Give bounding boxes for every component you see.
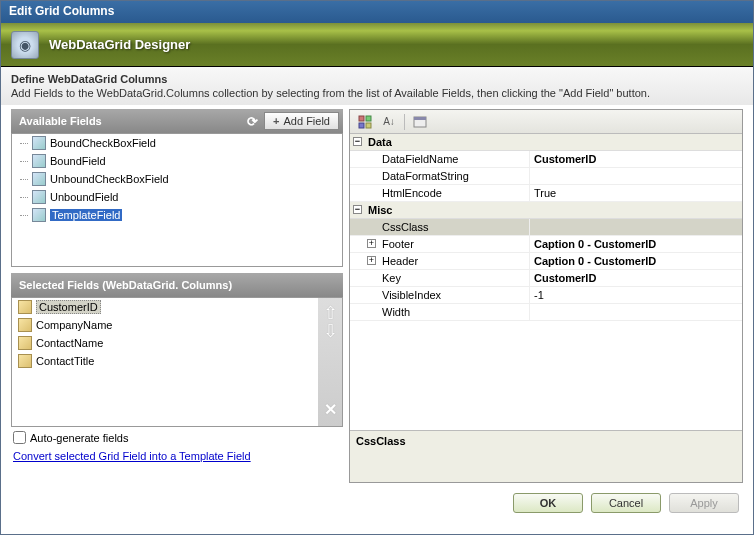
selected-fields-title: Selected Fields (WebDataGrid. Columns) [19,279,232,291]
svg-rect-2 [359,123,364,128]
autogen-row: Auto-generate fields [11,427,343,448]
expand-icon[interactable]: + [367,239,376,248]
column-icon [18,300,32,314]
list-item[interactable]: CompanyName [12,316,318,334]
dialog-window: Edit Grid Columns ◉ WebDataGrid Designer… [0,0,754,535]
svg-rect-3 [366,123,371,128]
prop-row[interactable]: +FooterCaption 0 - CustomerID [350,236,742,253]
list-item[interactable]: CustomerID [12,298,318,316]
field-icon [32,190,46,204]
property-description: CssClass [350,430,742,482]
available-fields-tree[interactable]: BoundCheckBoxField BoundField UnboundChe… [11,133,343,267]
section-heading: Define WebDataGrid Columns [11,73,743,85]
selected-fields-list[interactable]: CustomerID CompanyName ContactName Conta… [12,298,318,426]
title-bar[interactable]: Edit Grid Columns [1,1,753,23]
designer-icon: ◉ [11,31,39,59]
add-field-label: Add Field [284,115,330,127]
svg-rect-5 [414,117,426,120]
prop-row[interactable]: DataFieldNameCustomerID [350,151,742,168]
autogen-checkbox[interactable] [13,431,26,444]
tree-item[interactable]: UnboundField [12,188,342,206]
property-toolbar: A↓ [350,110,742,134]
designer-banner: ◉ WebDataGrid Designer [1,23,753,67]
selected-fields-header: Selected Fields (WebDataGrid. Columns) [11,273,343,297]
column-icon [18,336,32,350]
field-icon [32,208,46,222]
property-grid[interactable]: −Data DataFieldNameCustomerID DataFormat… [350,134,742,430]
property-grid-panel: A↓ −Data DataFieldNameCustomerID DataFor… [349,109,743,483]
delete-button[interactable]: ✕ [321,400,339,418]
expand-icon[interactable]: + [367,256,376,265]
convert-template-link[interactable]: Convert selected Grid Field into a Templ… [11,448,343,464]
selected-fields-panel: Selected Fields (WebDataGrid. Columns) C… [11,273,343,427]
main-content: Available Fields ⟳ + Add Field BoundChec… [1,105,753,483]
prop-category-misc[interactable]: −Misc [350,202,742,219]
tree-item[interactable]: BoundCheckBoxField [12,134,342,152]
add-field-button[interactable]: + Add Field [264,112,339,130]
column-icon [18,354,32,368]
prop-row[interactable]: CssClass [350,219,742,236]
svg-rect-1 [366,116,371,121]
plus-icon: + [273,115,279,127]
cancel-button[interactable]: Cancel [591,493,661,513]
column-icon [18,318,32,332]
tree-item[interactable]: UnboundCheckBoxField [12,170,342,188]
prop-row[interactable]: DataFormatString [350,168,742,185]
property-desc-title: CssClass [356,435,736,447]
apply-button: Apply [669,493,739,513]
window-title: Edit Grid Columns [9,4,114,18]
move-down-button[interactable]: ⇩ [321,324,339,342]
categorized-icon[interactable] [354,112,376,132]
prop-row[interactable]: HtmlEncodeTrue [350,185,742,202]
svg-rect-0 [359,116,364,121]
section-subtext: Add Fields to the WebDataGrid.Columns co… [11,87,743,103]
collapse-icon[interactable]: − [353,137,362,146]
prop-row[interactable]: +HeaderCaption 0 - CustomerID [350,253,742,270]
field-icon [32,136,46,150]
selected-fields-list-container: CustomerID CompanyName ContactName Conta… [11,297,343,427]
tree-item[interactable]: TemplateField [12,206,342,224]
separator [404,114,405,130]
prop-row[interactable]: KeyCustomerID [350,270,742,287]
section-header: Define WebDataGrid Columns Add Fields to… [1,67,753,105]
tree-item[interactable]: BoundField [12,152,342,170]
alphabetical-icon[interactable]: A↓ [378,112,400,132]
field-icon [32,154,46,168]
left-column: Available Fields ⟳ + Add Field BoundChec… [11,109,343,483]
available-fields-title: Available Fields [19,115,102,127]
prop-row[interactable]: Width [350,304,742,321]
dialog-buttons: OK Cancel Apply [1,483,753,523]
designer-title: WebDataGrid Designer [49,37,190,52]
available-fields-header: Available Fields ⟳ + Add Field [11,109,343,133]
refresh-icon[interactable]: ⟳ [244,113,260,129]
prop-category-data[interactable]: −Data [350,134,742,151]
ok-button[interactable]: OK [513,493,583,513]
collapse-icon[interactable]: − [353,205,362,214]
list-item[interactable]: ContactName [12,334,318,352]
field-icon [32,172,46,186]
autogen-label[interactable]: Auto-generate fields [30,432,128,444]
prop-row[interactable]: VisibleIndex-1 [350,287,742,304]
list-item[interactable]: ContactTitle [12,352,318,370]
list-reorder-controls: ⇧ ⇩ ✕ [318,298,342,426]
property-pages-icon[interactable] [409,112,431,132]
